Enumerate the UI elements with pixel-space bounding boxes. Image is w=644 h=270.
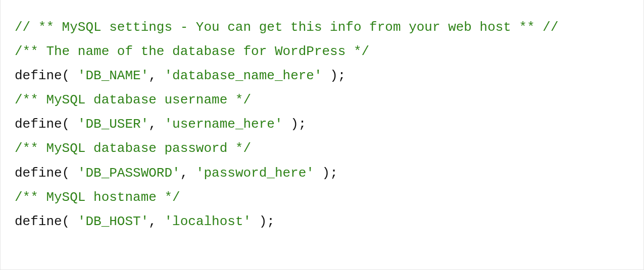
define-pass: define( 'DB_PASSWORD', 'password_here' )…: [15, 161, 629, 185]
define-host: define( 'DB_HOST', 'localhost' );: [15, 209, 629, 234]
comment-dbname: /** The name of the database for WordPre…: [15, 39, 629, 64]
comment-user: /** MySQL database username */: [15, 88, 629, 112]
define-user: define( 'DB_USER', 'username_here' );: [15, 112, 629, 136]
comment-host: /** MySQL hostname */: [15, 185, 629, 209]
comment-pass: /** MySQL database password */: [15, 136, 629, 160]
comment-header: // ** MySQL settings - You can get this …: [15, 15, 629, 39]
define-dbname: define( 'DB_NAME', 'database_name_here' …: [15, 64, 629, 88]
code-snippet: // ** MySQL settings - You can get this …: [0, 0, 644, 270]
